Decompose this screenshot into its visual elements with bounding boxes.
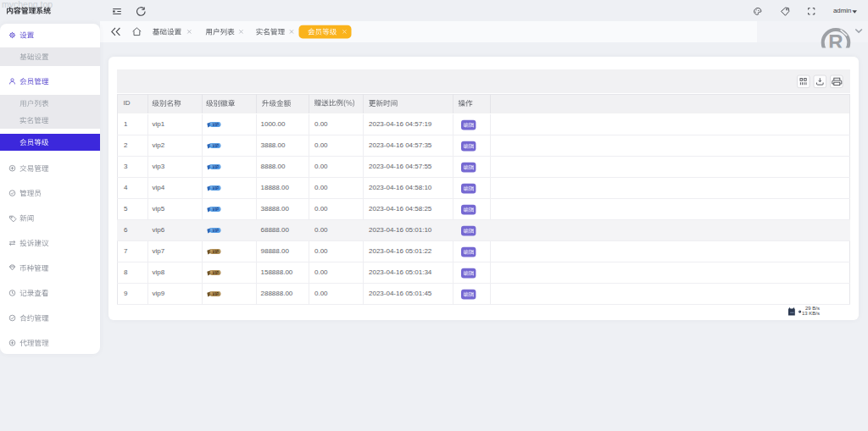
svg-text:R: R [828, 30, 843, 53]
